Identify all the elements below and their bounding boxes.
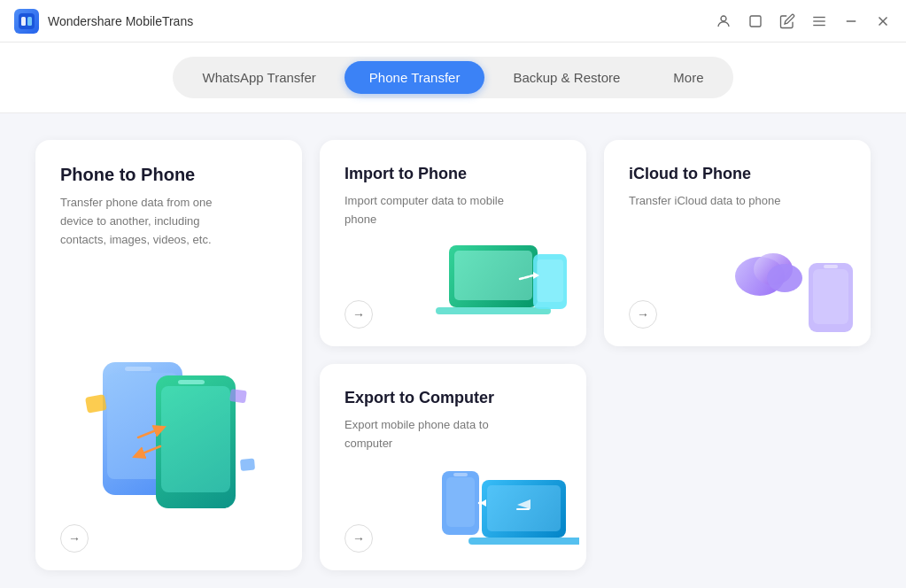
export-illustration: [433, 453, 579, 560]
titlebar-controls: [715, 12, 892, 30]
nav-tabs: WhatsApp Transfer Phone Transfer Backup …: [173, 57, 732, 98]
card-export-title: Export to Computer: [345, 389, 561, 407]
phone-to-phone-arrow[interactable]: →: [60, 524, 89, 553]
card-icloud-desc: Transfer iCloud data to phone: [629, 192, 806, 211]
svg-rect-24: [537, 259, 563, 302]
app-title: Wondershare MobileTrans: [48, 14, 193, 28]
svg-rect-22: [436, 307, 551, 314]
card-export-to-computer[interactable]: Export to Computer Export mobile phone d…: [320, 364, 586, 570]
titlebar-left: Wondershare MobileTrans: [14, 9, 193, 34]
svg-rect-18: [229, 389, 247, 403]
svg-rect-15: [161, 386, 230, 492]
tab-phone[interactable]: Phone Transfer: [345, 61, 485, 94]
icloud-arrow[interactable]: →: [629, 300, 657, 329]
svg-rect-35: [453, 473, 468, 476]
svg-point-31: [767, 264, 802, 292]
titlebar: Wondershare MobileTrans: [0, 0, 906, 43]
svg-rect-34: [446, 477, 475, 527]
card-phone-to-phone-title: Phone to Phone: [60, 165, 277, 185]
svg-rect-13: [125, 367, 151, 371]
export-arrow[interactable]: →: [345, 524, 373, 553]
svg-rect-0: [19, 13, 35, 29]
svg-rect-28: [824, 265, 838, 268]
window-button[interactable]: [747, 12, 764, 30]
svg-rect-21: [454, 251, 532, 300]
svg-rect-2: [27, 17, 32, 26]
import-illustration: [431, 228, 577, 334]
main-content: Phone to Phone Transfer phone data from …: [0, 113, 906, 588]
svg-rect-27: [813, 269, 848, 324]
card-export-desc: Export mobile phone data to computer: [345, 416, 522, 453]
svg-rect-19: [240, 459, 255, 471]
edit-button[interactable]: [778, 12, 796, 30]
card-icloud-title: iCloud to Phone: [629, 165, 846, 183]
svg-point-3: [721, 16, 726, 21]
profile-button[interactable]: [715, 12, 732, 30]
card-import-desc: Import computer data to mobile phone: [345, 192, 522, 229]
svg-rect-17: [85, 394, 107, 414]
svg-rect-4: [750, 16, 761, 27]
card-import-title: Import to Phone: [345, 165, 561, 183]
icloud-illustration: [724, 232, 866, 334]
svg-rect-1: [21, 17, 26, 26]
nav-area: WhatsApp Transfer Phone Transfer Backup …: [0, 43, 906, 113]
menu-button[interactable]: [810, 12, 828, 30]
phone-to-phone-illustration: [50, 336, 289, 522]
svg-rect-38: [468, 538, 579, 545]
tab-backup[interactable]: Backup & Restore: [488, 61, 645, 94]
card-icloud-to-phone[interactable]: iCloud to Phone Transfer iCloud data to …: [604, 140, 871, 346]
svg-rect-16: [178, 380, 205, 384]
card-phone-to-phone[interactable]: Phone to Phone Transfer phone data from …: [35, 140, 302, 570]
card-phone-to-phone-desc: Transfer phone data from one device to a…: [60, 194, 237, 249]
tab-more[interactable]: More: [648, 61, 728, 94]
app-icon: [14, 9, 39, 34]
close-button[interactable]: [874, 12, 892, 30]
import-arrow[interactable]: →: [345, 300, 373, 329]
card-import-to-phone[interactable]: Import to Phone Import computer data to …: [320, 140, 586, 346]
tab-whatsapp[interactable]: WhatsApp Transfer: [177, 61, 340, 94]
minimize-button[interactable]: [842, 12, 860, 30]
